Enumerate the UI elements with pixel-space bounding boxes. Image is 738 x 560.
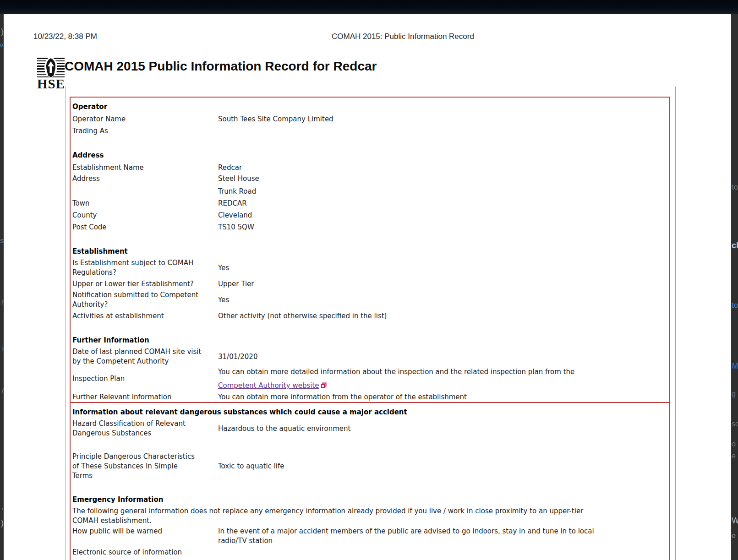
- field-value-text: You can obtain more detailed information…: [218, 367, 666, 377]
- field-label: Establishment Name: [71, 163, 218, 173]
- hse-logo-mark: [37, 58, 65, 78]
- table-row: Principle Dangerous Characteristics of T…: [71, 451, 669, 481]
- hse-emblem-icon: [44, 57, 58, 79]
- row-spacer: [71, 137, 669, 150]
- field-value-link-line: Competent Authority website: [218, 381, 666, 391]
- table-row: Trading As: [71, 125, 669, 137]
- backdrop-top-band: [0, 0, 738, 14]
- backdrop-text-fragment: so: [732, 420, 738, 428]
- backdrop-text-fragment: s: [0, 237, 4, 245]
- field-value: You can obtain more information from the…: [218, 392, 669, 402]
- table-row: How public will be warnedIn the event of…: [71, 526, 669, 546]
- backdrop-text-fragment: »: [0, 40, 4, 49]
- section-heading: Further Information: [71, 335, 669, 347]
- backdrop-text-fragment: e: [732, 532, 736, 540]
- section-heading: Establishment: [71, 246, 669, 258]
- row-spacer: [71, 481, 669, 494]
- field-label: Further Relevant Information: [71, 392, 218, 402]
- table-row: Post CodeTS10 5QW: [71, 221, 669, 233]
- field-label: Post Code: [71, 223, 218, 232]
- dangerous-substances-table: Information about relevant dangerous sub…: [70, 402, 670, 560]
- row-spacer: [71, 233, 669, 246]
- table-row: TownREDCAR: [71, 197, 669, 209]
- field-label: Date of last planned COMAH site visit by…: [71, 347, 218, 366]
- print-preview-page: 10/23/22, 8:38 PM COMAH 2015: Public Inf…: [4, 14, 731, 560]
- field-value: South Tees Site Company Limited: [218, 114, 669, 124]
- external-link-icon: [321, 382, 327, 388]
- backdrop-left-edge: )»sri/,): [0, 14, 4, 560]
- field-value: TS10 5QW: [218, 223, 669, 232]
- table-row: CountyCleveland: [71, 209, 669, 221]
- table-row: Hazard Classification of Relevant Danger…: [71, 419, 669, 439]
- field-value: Yes: [218, 263, 669, 273]
- hse-logo-text: HSE: [37, 77, 66, 90]
- field-label: Activities at establishment: [71, 311, 218, 321]
- table-row: Is Establishment subject to COMAH Regula…: [71, 258, 669, 278]
- backdrop-text-fragment: Ma: [732, 361, 738, 371]
- backdrop-text-fragment: to: [732, 301, 738, 310]
- print-header-datetime: 10/23/22, 8:38 PM: [33, 32, 97, 41]
- field-value: In the event of a major accident members…: [218, 527, 669, 546]
- field-label: Upper or Lower tier Establishment?: [71, 279, 218, 289]
- table-row: Trunk Road: [71, 185, 669, 197]
- field-label: Hazard Classification of Relevant Danger…: [71, 419, 218, 438]
- section-heading: Operator: [71, 101, 669, 113]
- field-label: Trading As: [71, 126, 218, 136]
- field-value: Hazardous to the aquatic environment: [218, 424, 669, 434]
- backdrop-text-fragment: to: [732, 183, 738, 192]
- field-label: Town: [71, 199, 218, 208]
- table-row: Further Relevant InformationYou can obta…: [71, 391, 669, 403]
- page-title: COMAH 2015 Public Information Record for…: [65, 59, 377, 74]
- section-heading: Address: [71, 150, 669, 162]
- field-value: Cleveland: [218, 211, 669, 220]
- print-header-title: COMAH 2015: Public Information Record: [332, 32, 474, 41]
- field-label: Is Establishment subject to COMAH Regula…: [71, 258, 218, 277]
- field-label: County: [71, 211, 218, 220]
- section-paragraph: The following general information does n…: [71, 506, 669, 526]
- field-value: REDCAR: [218, 199, 669, 208]
- field-label: Principle Dangerous Characteristics of T…: [71, 452, 218, 481]
- backdrop-text-fragment: o: [732, 440, 736, 448]
- section-heading: Information about relevant dangerous sub…: [71, 407, 669, 419]
- field-value: You can obtain more detailed information…: [218, 367, 669, 391]
- backdrop-text-fragment: cl: [732, 241, 738, 250]
- backdrop-text-fragment: W: [732, 516, 738, 526]
- table-row: Electronic source of information: [71, 546, 669, 558]
- table-row: AddressSteel House: [71, 174, 669, 185]
- field-value: Yes: [218, 295, 669, 305]
- row-spacer: [71, 322, 669, 335]
- content-right-border: [675, 87, 676, 560]
- row-spacer: [71, 439, 669, 451]
- backdrop-right-edge: tocltoMagsooeWe: [731, 14, 738, 560]
- section-heading: Emergency Information: [71, 494, 669, 506]
- backdrop-text-fragment: g: [732, 390, 736, 398]
- field-label: How public will be warned: [71, 527, 218, 536]
- table-row: Notification submitted to Competent Auth…: [71, 290, 669, 310]
- field-label: Electronic source of information: [71, 548, 218, 557]
- table-row: Establishment NameRedcar: [71, 162, 669, 174]
- field-value: Upper Tier: [218, 279, 669, 289]
- table-row: Date of last planned COMAH site visit by…: [71, 347, 669, 367]
- field-label: Address: [71, 174, 218, 184]
- field-label: Inspection Plan: [71, 374, 218, 384]
- hse-logo: HSE: [37, 58, 66, 90]
- table-row: Operator NameSouth Tees Site Company Lim…: [71, 113, 669, 125]
- backdrop-text-fragment: e: [732, 452, 736, 460]
- field-value: Steel House: [218, 174, 669, 184]
- table-row: Activities at establishmentOther activit…: [71, 310, 669, 322]
- field-label: Notification submitted to Competent Auth…: [71, 290, 218, 310]
- field-value: Trunk Road: [218, 187, 669, 196]
- field-value: Redcar: [218, 163, 669, 173]
- table-row: Inspection PlanYou can obtain more detai…: [71, 367, 669, 391]
- field-value: 31/01/2020: [218, 352, 669, 362]
- operator-record-table: OperatorOperator NameSouth Tees Site Com…: [70, 97, 670, 407]
- field-label: Operator Name: [71, 114, 218, 124]
- field-value: Toxic to aquatic life: [218, 462, 669, 471]
- content-left-border: [66, 87, 66, 560]
- field-value: Other activity (not otherwise specified …: [218, 311, 669, 321]
- table-row: Upper or Lower tier Establishment?Upper …: [71, 278, 669, 290]
- competent-authority-link[interactable]: Competent Authority website: [218, 381, 319, 390]
